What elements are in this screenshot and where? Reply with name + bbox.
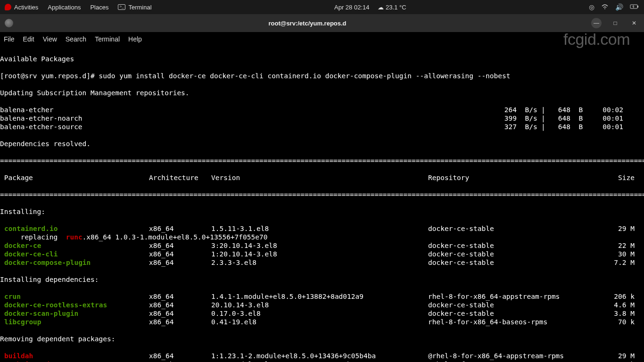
package-row: docker-cex86_643:20.10.14-3.el8docker-ce… (0, 241, 644, 250)
volume-icon[interactable]: 🔊 (615, 3, 623, 11)
window-title: root@srv:/etc/yum.repos.d (24, 20, 591, 27)
watermark: fcgid.com (563, 30, 630, 49)
line: Available Packages (0, 55, 644, 63)
package-row: containerd.iox86_641.5.11-3.1.el8docker-… (0, 224, 644, 233)
menu-help[interactable]: Help (128, 35, 142, 43)
package-row: docker-scan-pluginx86_640.17.0-3.el8dock… (0, 309, 644, 318)
menu-view[interactable]: View (43, 35, 57, 43)
clock[interactable]: Apr 28 02:14 (334, 4, 369, 11)
battery-icon[interactable] (630, 3, 639, 11)
activities-button[interactable]: Activities (5, 4, 38, 11)
accessibility-icon[interactable]: ◎ (589, 3, 594, 11)
close-button[interactable]: ✕ (629, 18, 639, 28)
section-header: Installing: (0, 207, 644, 216)
activities-label: Activities (14, 4, 38, 11)
download-row: balena-etcher264 B/s| 648 B00:02 (0, 106, 644, 114)
menu-file[interactable]: File (4, 35, 15, 43)
menu-search[interactable]: Search (66, 35, 86, 43)
separator: ========================================… (0, 156, 644, 165)
table-header: PackageArchitectureVersionRepositorySize (0, 173, 644, 182)
terminal-output[interactable]: Available Packages [root@srv yum.repos.d… (0, 46, 644, 362)
package-row: docker-ce-clix86_641:20.10.14-3.el8docke… (0, 250, 644, 258)
section-header: Removing dependent packages: (0, 335, 644, 343)
package-row: cockpit-podmannoarch39-1.module+el8.5.0+… (0, 360, 644, 362)
prompt-line: [root@srv yum.repos.d]# sudo yum install… (0, 72, 644, 80)
package-row: crunx86_641.4.1-1.module+el8.5.0+13882+8… (0, 292, 644, 301)
svg-rect-2 (637, 6, 638, 8)
package-row: libcgroupx86_640.41-19.el8rhel-8-for-x86… (0, 318, 644, 326)
replacing-line: replacing runc.x86_64 1.0.3-1.module+el8… (0, 233, 644, 241)
weather-indicator[interactable]: ☁ 23.1 °C (378, 4, 406, 11)
redhat-icon (5, 4, 11, 10)
cloud-icon: ☁ (378, 4, 384, 11)
package-row: buildahx86_641:1.23.1-2.module+el8.5.0+1… (0, 352, 644, 360)
applications-menu[interactable]: Applications (48, 4, 81, 11)
window-app-icon (5, 19, 13, 27)
download-row: balena-etcher-source327 B/s| 648 B00:01 (0, 123, 644, 131)
package-row: docker-ce-rootless-extrasx86_6420.10.14-… (0, 301, 644, 309)
line: Dependencies resolved. (0, 140, 644, 148)
current-app-indicator[interactable]: Terminal (118, 4, 151, 11)
wifi-icon[interactable] (601, 3, 609, 11)
minimize-button[interactable]: — (591, 18, 602, 28)
maximize-button[interactable]: □ (610, 18, 620, 28)
package-row: docker-compose-pluginx86_642.3.3-3.el8do… (0, 258, 644, 267)
download-row: balena-etcher-noarch399 B/s| 648 B00:01 (0, 114, 644, 123)
window-titlebar: root@srv:/etc/yum.repos.d — □ ✕ (0, 14, 644, 32)
terminal-menubar: File Edit View Search Terminal Help fcgi… (0, 32, 644, 46)
svg-point-0 (604, 8, 605, 9)
separator: ========================================… (0, 190, 644, 199)
places-menu[interactable]: Places (90, 4, 108, 11)
terminal-app-icon (118, 4, 125, 10)
gnome-topbar: Activities Applications Places Terminal … (0, 0, 644, 14)
menu-edit[interactable]: Edit (23, 35, 34, 43)
section-header: Installing dependencies: (0, 275, 644, 284)
menu-terminal[interactable]: Terminal (95, 35, 120, 43)
line: Updating Subscription Management reposit… (0, 89, 644, 97)
